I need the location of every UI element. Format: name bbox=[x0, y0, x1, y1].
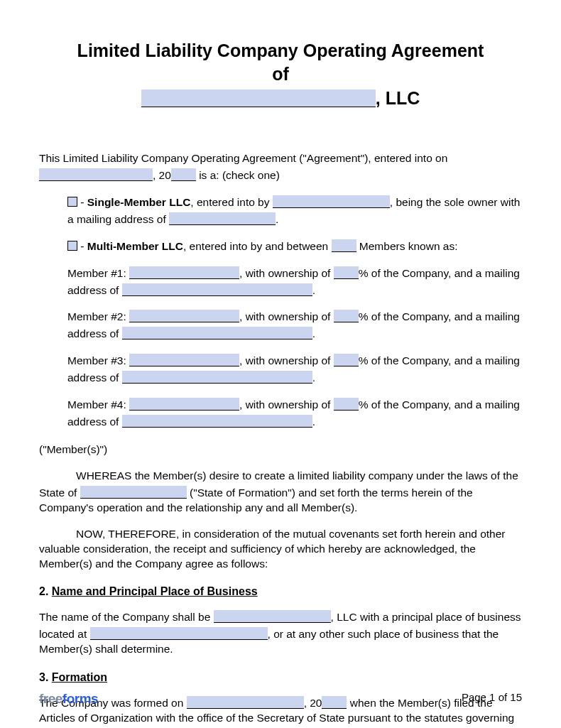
page-footer: freeforms Page 1 of 15 bbox=[39, 691, 522, 707]
single-owner-address-field[interactable] bbox=[169, 212, 276, 225]
member-1-pct-field[interactable] bbox=[334, 266, 359, 279]
agreement-year-field[interactable] bbox=[171, 168, 196, 181]
principal-address-field[interactable] bbox=[90, 627, 268, 640]
member-2-pct-field[interactable] bbox=[334, 310, 359, 322]
page-number: Page 1 of 15 bbox=[462, 691, 522, 703]
single-owner-name-field[interactable] bbox=[273, 195, 390, 208]
multi-member-option: - Multi-Member LLC, entered into by and … bbox=[39, 237, 522, 254]
company-name-field[interactable] bbox=[141, 89, 376, 107]
section-3-heading: 3. Formation bbox=[39, 671, 522, 684]
members-close: ("Member(s)") bbox=[39, 442, 522, 457]
member-3-pct-field[interactable] bbox=[334, 354, 359, 366]
freeforms-logo: freeforms bbox=[39, 691, 98, 706]
llc-suffix: , LLC bbox=[376, 88, 420, 108]
document-title-line1: Limited Liability Company Operating Agre… bbox=[39, 39, 522, 63]
section-2-heading: 2. Name and Principal Place of Business bbox=[39, 585, 522, 598]
member-3-address-field[interactable] bbox=[122, 371, 312, 384]
single-member-checkbox[interactable] bbox=[67, 197, 77, 207]
member-3-row: Member #3: , with ownership of % of the … bbox=[39, 352, 522, 386]
member-3-name-field[interactable] bbox=[129, 354, 239, 366]
whereas-paragraph: WHEREAS the Member(s) desire to create a… bbox=[39, 469, 522, 516]
section-2-body: The name of the Company shall be , LLC w… bbox=[39, 608, 522, 657]
member-1-row: Member #1: , with ownership of % of the … bbox=[39, 264, 522, 298]
member-2-address-field[interactable] bbox=[122, 327, 312, 339]
document-title-company: , LLC bbox=[39, 87, 522, 109]
member-4-pct-field[interactable] bbox=[334, 398, 359, 411]
company-name-field-2[interactable] bbox=[214, 610, 331, 623]
multi-member-checkbox[interactable] bbox=[67, 241, 77, 251]
state-of-formation-field[interactable] bbox=[80, 486, 187, 499]
intro-paragraph: This Limited Liability Company Operating… bbox=[39, 151, 522, 183]
document-title-of: of bbox=[39, 63, 522, 86]
member-count-field[interactable] bbox=[332, 239, 356, 252]
member-1-name-field[interactable] bbox=[129, 266, 239, 279]
single-member-option: - Single-Member LLC, entered into by , b… bbox=[39, 193, 522, 227]
agreement-date-field[interactable] bbox=[39, 168, 153, 181]
now-therefore-paragraph: NOW, THEREFORE, in consideration of the … bbox=[39, 527, 522, 572]
member-4-row: Member #4: , with ownership of % of the … bbox=[39, 396, 522, 430]
member-1-address-field[interactable] bbox=[122, 283, 312, 296]
member-4-name-field[interactable] bbox=[129, 398, 239, 411]
member-4-address-field[interactable] bbox=[122, 415, 312, 428]
member-2-name-field[interactable] bbox=[129, 310, 239, 322]
member-2-row: Member #2: , with ownership of % of the … bbox=[39, 308, 522, 342]
